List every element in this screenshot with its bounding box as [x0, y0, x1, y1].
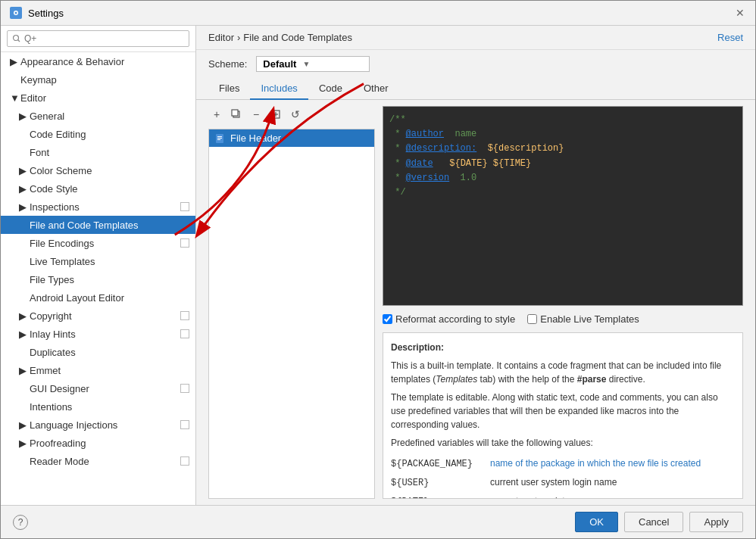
main-content: Editor › File and Code Templates Reset S… [196, 26, 755, 505]
code-line-6: */ [389, 185, 736, 200]
svg-rect-4 [232, 110, 238, 116]
svg-point-2 [15, 12, 17, 14]
live-templates-checkbox[interactable] [527, 314, 537, 324]
sidebar-item-label: Live Templates [30, 256, 95, 267]
code-line-4: * @date ${DATE} ${TIME} [389, 157, 736, 171]
sidebar-item-label: Appearance & Behavior [20, 56, 124, 67]
file-item-header[interactable]: File Header [209, 129, 374, 147]
tab-files[interactable]: Files [208, 78, 250, 100]
expand-icon: ▶ [19, 438, 27, 449]
sidebar-item-file-code-templates[interactable]: File and Code Templates [1, 216, 195, 234]
sidebar-item-appearance[interactable]: ▶ Appearance & Behavior [1, 52, 195, 70]
settings-icon [180, 202, 189, 211]
table-row: ${PACKAGE_NAME} name of the package in w… [391, 454, 735, 473]
sidebar-item-label: Code Editing [30, 129, 86, 140]
tab-includes[interactable]: Includes [250, 78, 308, 100]
description-text-1: This is a built-in template. It contains… [391, 359, 735, 386]
description-text-3: Predefined variables will take the follo… [391, 436, 735, 450]
sidebar-item-font[interactable]: Font [1, 143, 195, 161]
sidebar-item-label: Inspections [30, 201, 80, 213]
sidebar-item-editor[interactable]: ▼ Editor [1, 89, 195, 107]
sidebar-item-label: Color Scheme [30, 165, 92, 176]
settings-icon [180, 384, 189, 393]
sidebar-item-label: Duplicates [30, 347, 76, 358]
live-templates-checkbox-label[interactable]: Enable Live Templates [527, 313, 639, 325]
scheme-value: Default [263, 58, 296, 70]
expand-icon: ▶ [19, 419, 27, 431]
sidebar-item-language-injections[interactable]: ▶ Language Injections [1, 416, 195, 434]
breadcrumb-current: File and Code Templates [243, 32, 352, 43]
spacer-icon [19, 383, 27, 394]
footer-buttons: OK Cancel Apply [575, 512, 743, 532]
scheme-dropdown[interactable]: Default ▼ [256, 56, 370, 72]
copy-icon [231, 109, 242, 120]
sidebar-item-file-types[interactable]: File Types [1, 270, 195, 288]
sidebar-item-reader-mode[interactable]: Reader Mode [1, 452, 195, 470]
file-item-label: File Header [230, 132, 281, 144]
code-editor[interactable]: /** * @author name * @description: ${des… [383, 106, 743, 306]
spacer-icon [19, 256, 27, 267]
sidebar-item-label: GUI Designer [30, 383, 89, 394]
spacer-icon [19, 274, 27, 285]
reset-template-button[interactable]: ↺ [287, 106, 304, 123]
close-button[interactable]: ✕ [736, 8, 746, 18]
dialog-footer: ? OK Cancel Apply [1, 505, 755, 538]
title-bar-left: Settings [10, 7, 64, 19]
sidebar-item-copyright[interactable]: ▶ Copyright [1, 307, 195, 325]
sidebar-item-android-layout[interactable]: Android Layout Editor [1, 288, 195, 307]
var-package-desc: name of the package in which the new fil… [490, 458, 701, 469]
reformat-checkbox-label[interactable]: Reformat according to style [383, 313, 515, 325]
sidebar-item-code-style[interactable]: ▶ Code Style [1, 179, 195, 198]
var-user-desc: current user system login name [490, 477, 617, 488]
cancel-button[interactable]: Cancel [624, 512, 683, 532]
copy-button[interactable] [228, 106, 245, 123]
sidebar: ▶ Appearance & Behavior Keymap ▼ Editor … [1, 26, 196, 505]
scheme-bar: Scheme: Default ▼ [196, 50, 755, 78]
sidebar-item-inlay-hints[interactable]: ▶ Inlay Hints [1, 325, 195, 343]
duplicate-icon [270, 109, 281, 120]
svg-rect-11 [217, 139, 220, 140]
editor-panel: /** * @author name * @description: ${des… [383, 106, 743, 499]
spacer-icon [19, 129, 27, 140]
expand-icon: ▶ [10, 56, 17, 67]
content-area: + − [196, 100, 755, 505]
sidebar-item-proofreading[interactable]: ▶ Proofreading [1, 434, 195, 452]
sidebar-item-general[interactable]: ▶ General [1, 107, 195, 125]
sidebar-item-intentions[interactable]: Intentions [1, 397, 195, 416]
tabs-bar: Files Includes Code Other [196, 78, 755, 100]
expand-icon: ▶ [19, 165, 27, 176]
code-line-3: * @description: ${description} [389, 142, 736, 156]
sidebar-item-file-encodings[interactable]: File Encodings [1, 234, 195, 252]
tab-code[interactable]: Code [308, 78, 353, 100]
tab-other[interactable]: Other [353, 78, 399, 100]
settings-icon [180, 456, 189, 466]
sidebar-item-color-scheme[interactable]: ▶ Color Scheme [1, 161, 195, 179]
sidebar-item-keymap[interactable]: Keymap [1, 70, 195, 89]
search-box [1, 26, 195, 52]
sidebar-item-label: Copyright [30, 310, 72, 322]
remove-button[interactable]: − [248, 106, 264, 123]
sidebar-item-label: Reader Mode [30, 456, 89, 467]
ok-button[interactable]: OK [575, 512, 618, 532]
sidebar-item-label: Editor [20, 92, 46, 104]
var-user: ${USER} [391, 478, 429, 488]
sidebar-item-code-editing[interactable]: Code Editing [1, 125, 195, 143]
add-button[interactable]: + [208, 106, 225, 123]
reset-button[interactable]: Reset [717, 32, 743, 43]
sidebar-item-gui-designer[interactable]: GUI Designer [1, 379, 195, 397]
reformat-checkbox[interactable] [383, 314, 392, 324]
duplicate-button[interactable] [267, 106, 284, 123]
sidebar-item-label: Font [30, 147, 49, 158]
apply-button[interactable]: Apply [689, 512, 743, 532]
code-line-1: /** [389, 113, 736, 127]
description-title: Description: [391, 342, 444, 353]
sidebar-item-label: Keymap [20, 74, 57, 86]
sidebar-item-inspections[interactable]: ▶ Inspections [1, 198, 195, 216]
sidebar-item-duplicates[interactable]: Duplicates [1, 343, 195, 361]
help-button[interactable]: ? [13, 515, 28, 530]
search-input[interactable] [7, 30, 189, 47]
settings-icon [180, 238, 189, 248]
sidebar-item-live-templates[interactable]: Live Templates [1, 252, 195, 270]
sidebar-item-emmet[interactable]: ▶ Emmet [1, 361, 195, 379]
options-bar: Reformat according to style Enable Live … [383, 310, 743, 328]
